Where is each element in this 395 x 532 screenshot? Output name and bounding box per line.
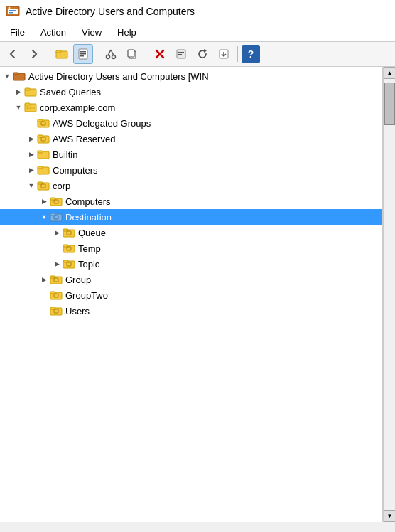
tree-node-aws-delegated[interactable]: AWS Delegated Groups bbox=[0, 115, 382, 131]
menu-file[interactable]: File bbox=[3, 25, 32, 40]
svg-point-13 bbox=[107, 55, 110, 59]
users-icon bbox=[50, 305, 63, 316]
export-button[interactable] bbox=[214, 44, 234, 64]
svg-rect-57 bbox=[63, 245, 68, 247]
svg-rect-9 bbox=[80, 53, 86, 55]
svg-point-14 bbox=[112, 55, 116, 59]
computers-top-label: Computers bbox=[53, 165, 98, 176]
corp-label: corp bbox=[53, 181, 70, 191]
menu-view[interactable]: View bbox=[75, 25, 109, 40]
destination-expand-icon[interactable]: ▼ bbox=[38, 211, 50, 223]
tree-node-computers-top[interactable]: ▶ Computers bbox=[0, 162, 382, 178]
corp-computers-icon bbox=[50, 196, 63, 207]
tree-node-queue[interactable]: ▶ Queue bbox=[0, 225, 382, 240]
corp-expand-icon[interactable]: ▼ bbox=[26, 180, 37, 191]
queue-expand-icon[interactable]: ▶ bbox=[51, 227, 63, 238]
scrollbar[interactable]: ▲ ▼ bbox=[383, 67, 395, 522]
svg-line-12 bbox=[111, 50, 114, 55]
temp-icon bbox=[63, 243, 75, 254]
aws-delegated-label: AWS Delegated Groups bbox=[53, 118, 151, 129]
svg-rect-54 bbox=[63, 229, 68, 231]
back-button[interactable] bbox=[3, 44, 23, 64]
queue-icon bbox=[63, 227, 75, 238]
svg-rect-20 bbox=[178, 52, 184, 53]
root-expand-icon[interactable]: ▼ bbox=[1, 70, 13, 82]
scroll-thumb[interactable] bbox=[384, 83, 395, 125]
tree-node-users[interactable]: Users bbox=[0, 303, 382, 319]
tree-node-corp[interactable]: ▼ corp bbox=[0, 178, 382, 193]
aws-reserved-label: AWS Reserved bbox=[53, 134, 115, 144]
svg-rect-10 bbox=[80, 55, 84, 57]
help-button[interactable]: ? bbox=[242, 45, 260, 63]
toolbar-separator-4 bbox=[237, 46, 238, 62]
title-icon bbox=[6, 4, 20, 18]
aws-reserved-icon bbox=[37, 133, 50, 144]
svg-rect-3 bbox=[9, 10, 16, 11]
cut-button[interactable] bbox=[101, 44, 121, 64]
svg-rect-1 bbox=[8, 9, 18, 14]
tree-node-corp-computers[interactable]: ▶ Computers bbox=[0, 193, 382, 209]
tree-node-builtin[interactable]: ▶ Builtin bbox=[0, 147, 382, 162]
toolbar-separator-3 bbox=[146, 46, 146, 62]
builtin-expand-icon[interactable]: ▶ bbox=[26, 149, 37, 160]
scroll-up-button[interactable]: ▲ bbox=[384, 67, 395, 79]
refresh-button[interactable] bbox=[193, 44, 212, 64]
tree-node-aws-reserved[interactable]: ▶ AWS Reserved bbox=[0, 131, 382, 147]
queue-label: Queue bbox=[78, 228, 106, 238]
saved-queries-icon bbox=[24, 86, 37, 97]
rename-button[interactable] bbox=[171, 44, 191, 64]
saved-queries-label: Saved Queries bbox=[40, 87, 101, 97]
toolbar: ? bbox=[0, 42, 395, 67]
svg-rect-66 bbox=[50, 292, 55, 294]
corp-computers-expand-icon[interactable]: ▶ bbox=[38, 196, 50, 207]
tree-node-topic[interactable]: ▶ Topic bbox=[0, 256, 382, 272]
tree-root[interactable]: ▼ Active Directory Users and Computers [… bbox=[0, 68, 382, 84]
aws-delegated-icon bbox=[37, 117, 50, 129]
group-expand-icon[interactable]: ▶ bbox=[38, 274, 50, 285]
group-two-expand-placeholder bbox=[38, 289, 50, 301]
svg-rect-63 bbox=[50, 276, 55, 278]
tree-node-group[interactable]: ▶ Group bbox=[0, 272, 382, 287]
tree-node-group-two[interactable]: GroupTwo bbox=[0, 287, 382, 303]
topic-label: Topic bbox=[78, 259, 99, 270]
builtin-icon bbox=[37, 149, 50, 160]
scroll-track[interactable] bbox=[384, 79, 395, 510]
computers-top-expand-icon[interactable]: ▶ bbox=[26, 164, 37, 176]
menu-help[interactable]: Help bbox=[110, 25, 144, 40]
destination-icon bbox=[50, 211, 63, 223]
svg-rect-38 bbox=[38, 135, 43, 137]
domain-expand-icon[interactable]: ▼ bbox=[13, 102, 24, 113]
builtin-label: Builtin bbox=[53, 149, 77, 160]
properties-button[interactable] bbox=[73, 44, 93, 64]
copy-button[interactable] bbox=[122, 44, 142, 64]
tree-panel[interactable]: ▼ Active Directory Users and Computers [… bbox=[0, 67, 383, 522]
title-bar: Active Directory Users and Computers bbox=[0, 0, 395, 23]
svg-line-11 bbox=[108, 50, 111, 55]
tree-node-temp[interactable]: Temp bbox=[0, 240, 382, 256]
svg-rect-48 bbox=[50, 198, 55, 200]
svg-rect-28 bbox=[25, 88, 30, 90]
tree-node-domain[interactable]: ▼ corp.example.com bbox=[0, 100, 382, 115]
aws-reserved-expand-icon[interactable]: ▶ bbox=[26, 133, 37, 144]
toolbar-separator-2 bbox=[97, 46, 97, 62]
svg-rect-43 bbox=[38, 166, 43, 169]
forward-button[interactable] bbox=[24, 44, 44, 64]
tree-node-destination[interactable]: ▼ Destination bbox=[0, 209, 382, 225]
svg-rect-8 bbox=[80, 51, 86, 53]
tree-node-saved-queries[interactable]: ▶ Saved Queries bbox=[0, 84, 382, 100]
group-label: Group bbox=[65, 275, 91, 285]
saved-queries-expand-icon[interactable]: ▶ bbox=[13, 86, 24, 97]
svg-rect-6 bbox=[56, 50, 61, 53]
svg-rect-41 bbox=[38, 151, 43, 153]
menu-action[interactable]: Action bbox=[33, 25, 73, 40]
users-expand-placeholder bbox=[38, 305, 50, 316]
delete-button[interactable] bbox=[150, 44, 170, 64]
open-folder-button[interactable] bbox=[52, 44, 72, 64]
topic-expand-icon[interactable]: ▶ bbox=[51, 258, 63, 270]
topic-icon bbox=[63, 258, 75, 270]
group-two-label: GroupTwo bbox=[65, 290, 108, 301]
destination-label: Destination bbox=[65, 212, 112, 223]
aws-delegated-expand-placeholder bbox=[26, 117, 37, 129]
svg-rect-45 bbox=[38, 182, 43, 184]
scroll-down-button[interactable]: ▼ bbox=[384, 510, 395, 522]
